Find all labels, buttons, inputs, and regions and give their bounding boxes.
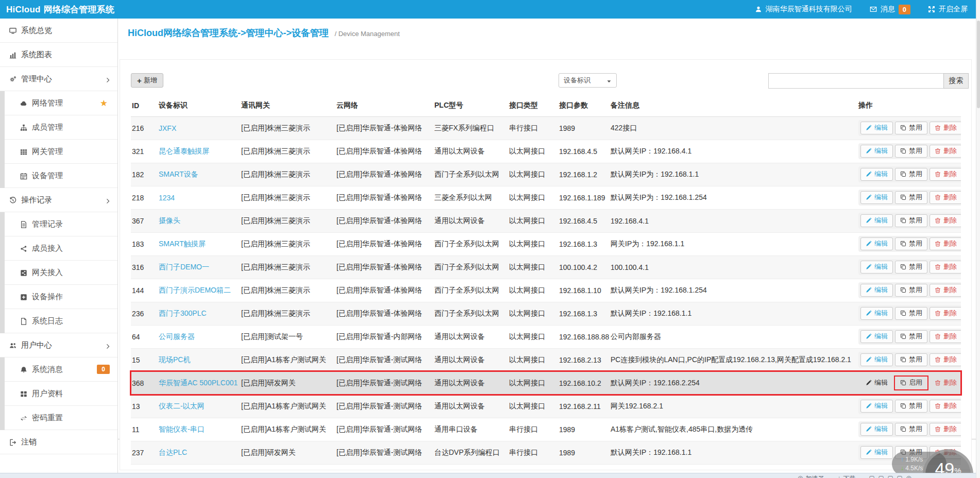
sidebar-item-10[interactable]: 网关接入	[5, 261, 117, 285]
device-link[interactable]: 西门子演示DEMO箱二	[159, 286, 231, 294]
sidebar-item-2[interactable]: 管理中心	[0, 67, 117, 91]
sidebar-item-15[interactable]: 用户资料	[5, 382, 117, 406]
sidebar-item-3[interactable]: 网络管理★	[5, 91, 117, 115]
device-link[interactable]: 西门子DEMO一	[159, 263, 209, 271]
sidebar-item-16[interactable]: 密码重置	[5, 406, 117, 430]
device-link[interactable]: 1234	[159, 194, 175, 202]
gears-icon	[9, 75, 16, 83]
edit-label: 编辑	[874, 310, 888, 317]
sidebar-item-6[interactable]: 设备管理	[5, 164, 117, 188]
disable-button[interactable]: 禁用	[895, 423, 927, 435]
sidebar-item-8[interactable]: 管理记录	[5, 212, 117, 236]
edit-button[interactable]: 编辑	[860, 353, 893, 366]
edit-button[interactable]: 编辑	[860, 145, 893, 157]
delete-button[interactable]: 删除	[930, 261, 961, 273]
delete-button[interactable]: 删除	[930, 145, 961, 157]
page-scrollbar[interactable]	[976, 0, 980, 478]
cell-iface_type: 以太网接口	[508, 209, 558, 232]
edit-button[interactable]: 编辑	[860, 191, 893, 203]
edit-button[interactable]: 编辑	[860, 400, 893, 412]
device-link[interactable]: 现场PC机	[159, 355, 190, 364]
sidebar-item-12[interactable]: 系统日志	[5, 309, 117, 333]
disable-button[interactable]: 禁用	[895, 284, 927, 296]
sidebar-item-9[interactable]: 成员接入	[5, 236, 117, 261]
delete-button[interactable]: 删除	[930, 377, 961, 389]
edit-button[interactable]: 编辑	[860, 423, 893, 435]
sidebar-item-label: 管理中心	[21, 74, 52, 84]
fullscreen-button[interactable]: 开启全屏	[928, 5, 968, 14]
delete-button[interactable]: 删除	[930, 284, 961, 296]
download-button[interactable]: ↓下载	[837, 474, 855, 478]
sidebar-item-5[interactable]: 网关管理	[5, 140, 117, 164]
disable-button[interactable]: 禁用	[895, 191, 927, 203]
device-link[interactable]: 公司服务器	[159, 332, 195, 340]
sidebar-item-14[interactable]: 系统消息0	[5, 357, 117, 382]
delete-button[interactable]: 删除	[930, 191, 961, 203]
disable-button[interactable]: 禁用	[895, 122, 927, 134]
edit-button[interactable]: 编辑	[860, 261, 893, 273]
disable-button[interactable]: 禁用	[895, 400, 927, 412]
device-link[interactable]: SMART设备	[159, 170, 198, 178]
cell-plc: 西门子全系列以太网	[433, 163, 508, 186]
disable-button[interactable]: 禁用	[895, 145, 927, 157]
edit-button[interactable]: 编辑	[860, 377, 893, 389]
edit-button[interactable]: 编辑	[860, 122, 893, 134]
edit-button[interactable]: 编辑	[860, 237, 893, 250]
sidebar-item-1[interactable]: 系统图表	[0, 43, 117, 67]
search-button[interactable]: 搜索	[943, 73, 969, 89]
edit-button[interactable]: 编辑	[860, 214, 893, 227]
edit-button[interactable]: 编辑	[860, 446, 893, 458]
edit-button[interactable]: 编辑	[860, 307, 893, 319]
disable-button[interactable]: 禁用	[895, 168, 927, 180]
search-input[interactable]	[768, 73, 943, 89]
cell-remark: 100.100.4.1	[610, 255, 857, 279]
favorite-star-icon[interactable]: ★	[100, 99, 108, 108]
enable-button[interactable]: 启用	[895, 377, 927, 389]
delete-button[interactable]: 删除	[930, 237, 961, 250]
disable-button[interactable]: 禁用	[895, 214, 927, 227]
accelerator-label: 加速器	[805, 474, 824, 478]
delete-button[interactable]: 删除	[930, 330, 961, 343]
device-link[interactable]: 华辰智通AC 500PLC001	[159, 379, 238, 387]
edit-button[interactable]: 编辑	[860, 330, 893, 343]
disable-button[interactable]: 禁用	[895, 307, 927, 319]
sidebar-item-7[interactable]: 操作记录	[0, 188, 117, 212]
device-link[interactable]: JXFX	[159, 124, 176, 132]
company-menu[interactable]: 湖南华辰智通科技有限公司	[755, 5, 852, 14]
cell-id: 64	[131, 325, 158, 348]
bottom-bar-icons[interactable]: ▢ ▢ ▢ ▢ ◎	[869, 474, 911, 478]
disable-button[interactable]: 禁用	[895, 330, 927, 343]
delete-button[interactable]: 删除	[930, 214, 961, 227]
device-link[interactable]: 摄像头	[159, 216, 180, 225]
device-link[interactable]: 仪表二-以太网	[159, 402, 205, 410]
edit-button[interactable]: 编辑	[860, 168, 893, 180]
cell-id: 236	[131, 302, 158, 325]
accelerator-button[interactable]: ◎加速器	[798, 474, 824, 478]
delete-button[interactable]: 删除	[930, 353, 961, 366]
delete-button[interactable]: 删除	[930, 423, 961, 435]
add-device-button[interactable]: +新增	[131, 73, 163, 88]
device-link[interactable]: SMART触摸屏	[159, 240, 206, 248]
disable-button[interactable]: 禁用	[895, 237, 927, 250]
device-link[interactable]: 台达PLC	[159, 448, 187, 456]
sidebar-item-0[interactable]: 系统总览	[0, 19, 117, 43]
device-link[interactable]: 昆仑通泰触摸屏	[159, 147, 209, 155]
delete-button[interactable]: 删除	[930, 168, 961, 180]
disable-button[interactable]: 禁用	[895, 353, 927, 366]
sidebar-item-4[interactable]: 成员管理	[5, 115, 117, 140]
disable-button[interactable]: 禁用	[895, 261, 927, 273]
device-link[interactable]: 智能仪表-串口	[159, 425, 205, 433]
cell-actions: 编辑禁用删除	[857, 395, 961, 418]
delete-button[interactable]: 删除	[930, 122, 961, 134]
clone-icon	[900, 286, 906, 294]
device-link[interactable]: 西门子300PLC	[159, 309, 207, 317]
scrollbar-thumb[interactable]	[977, 21, 980, 108]
sidebar-item-17[interactable]: 注销	[0, 430, 117, 454]
edit-button[interactable]: 编辑	[860, 284, 893, 296]
filter-field-select[interactable]: 设备标识	[559, 73, 617, 88]
delete-button[interactable]: 删除	[930, 307, 961, 319]
sidebar-item-11[interactable]: 设备操作	[5, 285, 117, 309]
sidebar-item-13[interactable]: 用户中心	[0, 333, 117, 357]
delete-button[interactable]: 删除	[930, 400, 961, 412]
messages-menu[interactable]: 消息 0	[870, 5, 910, 14]
